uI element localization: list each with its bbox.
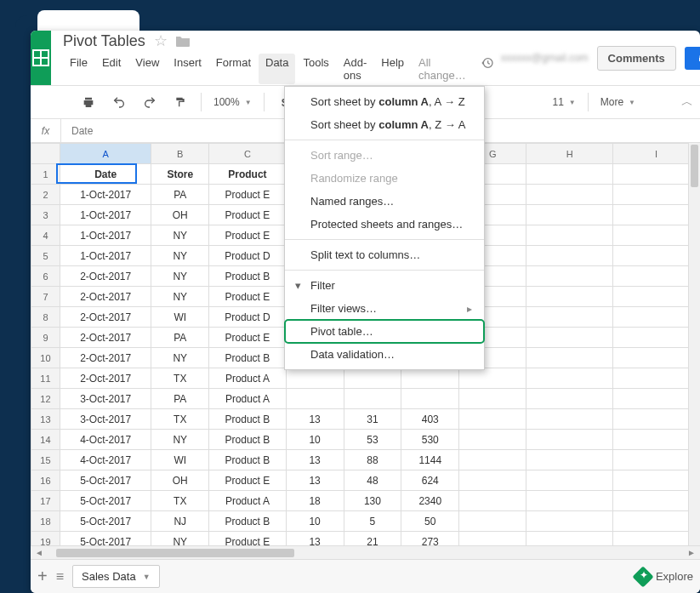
redo-icon[interactable] (136, 90, 163, 114)
cell[interactable] (613, 470, 700, 491)
cell[interactable] (526, 409, 613, 430)
cell[interactable] (526, 348, 613, 368)
all-sheets-icon[interactable]: ≡ (56, 569, 64, 584)
cell[interactable]: WI (151, 307, 209, 328)
cell[interactable]: 13 (286, 450, 344, 470)
cell[interactable] (613, 511, 700, 532)
cell[interactable]: 5-Oct-2017 (60, 470, 151, 491)
cell[interactable]: NY (151, 287, 209, 307)
cell[interactable] (286, 368, 344, 389)
cell[interactable]: 4-Oct-2017 (60, 430, 151, 450)
col-header[interactable]: I (613, 144, 700, 164)
print-icon[interactable] (75, 90, 102, 114)
cell[interactable]: 31 (344, 409, 401, 430)
row-header[interactable]: 18 (31, 511, 60, 532)
undo-icon[interactable] (105, 90, 133, 114)
cell[interactable]: 403 (401, 409, 459, 430)
cell[interactable]: Date (60, 164, 151, 185)
cell[interactable]: Product A (209, 389, 286, 409)
cell[interactable]: Product B (209, 511, 286, 532)
cell[interactable] (459, 470, 526, 491)
cell[interactable]: 5-Oct-2017 (60, 491, 151, 511)
cell[interactable]: Product E (209, 205, 286, 225)
paint-format-icon[interactable] (167, 90, 194, 114)
cell[interactable]: Product A (209, 368, 286, 389)
cell[interactable] (526, 225, 613, 246)
cell[interactable]: TX (151, 368, 209, 389)
changes-saved[interactable]: All change… (412, 54, 473, 84)
cell[interactable] (459, 430, 526, 450)
row-header[interactable]: 4 (31, 225, 60, 246)
row-header[interactable]: 9 (31, 328, 60, 348)
row-header[interactable]: 13 (31, 409, 60, 430)
cell[interactable]: Product E (209, 470, 286, 491)
cell[interactable] (459, 491, 526, 511)
cell[interactable]: Product B (209, 266, 286, 287)
cell[interactable] (613, 328, 700, 348)
cell[interactable]: 2-Oct-2017 (60, 287, 151, 307)
row-header[interactable]: 14 (31, 430, 60, 450)
cell[interactable]: Product B (209, 409, 286, 430)
cell[interactable]: 1-Oct-2017 (60, 225, 151, 246)
comments-button[interactable]: Comments (597, 46, 676, 71)
menu-file[interactable]: File (63, 54, 94, 84)
history-icon[interactable] (474, 54, 501, 84)
sheet-tab[interactable]: Sales Data ▼ (72, 565, 160, 588)
row-header[interactable]: 11 (31, 368, 60, 389)
cell[interactable] (613, 307, 700, 328)
cell[interactable] (613, 491, 700, 511)
cell[interactable]: 530 (401, 430, 459, 450)
more-dropdown[interactable]: More (595, 90, 640, 114)
cell[interactable]: 88 (344, 450, 401, 470)
cell[interactable]: 1144 (401, 450, 459, 470)
cell[interactable] (613, 532, 700, 546)
cell[interactable]: 53 (344, 430, 401, 450)
cell[interactable]: Product A (209, 491, 286, 511)
add-sheet-icon[interactable]: + (37, 567, 48, 586)
cell[interactable] (286, 389, 344, 409)
cell[interactable]: 130 (344, 491, 401, 511)
cell[interactable]: 13 (286, 409, 344, 430)
menu-sort-az[interactable]: Sort sheet by column A, A → Z (285, 90, 484, 113)
menu-data-validation[interactable]: Data validation… (285, 343, 484, 366)
cell[interactable]: 21 (344, 532, 401, 546)
menu-data[interactable]: Data (259, 54, 295, 84)
row-header[interactable]: 2 (31, 185, 60, 205)
cell[interactable] (526, 389, 613, 409)
cell[interactable] (459, 389, 526, 409)
cell[interactable]: 1-Oct-2017 (60, 185, 151, 205)
cell[interactable]: NY (151, 246, 209, 266)
chevron-down-icon[interactable]: ▼ (143, 573, 151, 581)
cell[interactable]: Store (151, 164, 209, 185)
scroll-left-icon[interactable]: ◄ (34, 548, 44, 557)
cell[interactable] (459, 511, 526, 532)
cell[interactable] (526, 511, 613, 532)
cell[interactable]: NJ (151, 511, 209, 532)
cell[interactable] (613, 389, 700, 409)
cell[interactable] (613, 266, 700, 287)
cell[interactable]: NY (151, 430, 209, 450)
cell[interactable] (526, 491, 613, 511)
row-header[interactable]: 3 (31, 205, 60, 225)
cell[interactable]: 5-Oct-2017 (60, 511, 151, 532)
vertical-scrollbar[interactable] (688, 143, 700, 545)
cell[interactable] (344, 368, 401, 389)
cell[interactable] (401, 389, 459, 409)
cell[interactable] (526, 430, 613, 450)
cell[interactable]: 5 (344, 511, 401, 532)
menu-insert[interactable]: Insert (167, 54, 208, 84)
cell[interactable]: Product E (209, 287, 286, 307)
menu-sort-za[interactable]: Sort sheet by column A, Z → A (285, 113, 484, 136)
menu-filter-views[interactable]: Filter views… (285, 297, 484, 320)
star-icon[interactable]: ☆ (154, 34, 168, 48)
cell[interactable] (526, 368, 613, 389)
cell[interactable] (526, 205, 613, 225)
cell[interactable]: Product (209, 164, 286, 185)
share-button[interactable]: Share (685, 47, 700, 70)
row-header[interactable]: 10 (31, 348, 60, 368)
cell[interactable] (613, 246, 700, 266)
cell[interactable] (613, 205, 700, 225)
cell[interactable]: 13 (286, 532, 344, 546)
cell[interactable] (459, 450, 526, 470)
cell[interactable] (526, 307, 613, 328)
